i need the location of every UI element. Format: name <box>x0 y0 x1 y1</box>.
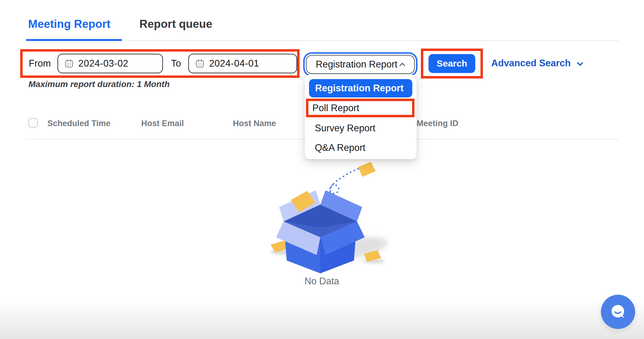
to-date-input[interactable]: 2024-04-01 <box>188 54 297 73</box>
to-date-value: 2024-04-01 <box>209 58 259 69</box>
report-type-selected-value: Registration Report <box>316 59 397 70</box>
from-label: From <box>29 58 51 69</box>
select-all-checkbox[interactable] <box>28 118 38 128</box>
chevron-down-icon <box>576 59 585 68</box>
from-date-value: 2024-03-02 <box>78 58 128 69</box>
calendar-icon <box>64 59 74 68</box>
tab-bar: Meeting Report Report queue <box>0 0 644 42</box>
tab-report-queue[interactable]: Report queue <box>139 18 212 31</box>
column-header-meeting-id: Meeting ID <box>417 119 458 128</box>
advanced-search-link[interactable]: Advanced Search <box>491 58 585 69</box>
annotation-box-search: Search <box>421 49 483 78</box>
chat-launcher-button[interactable] <box>601 295 635 329</box>
meeting-report-page: Meeting Report Report queue From 2024-03… <box>0 0 644 339</box>
option-survey-report[interactable]: Survey Report <box>315 121 375 135</box>
empty-state: No Data <box>255 154 389 287</box>
option-registration-report[interactable]: Registration Report <box>309 79 412 97</box>
option-qa-report[interactable]: Q&A Report <box>315 141 365 155</box>
annotation-box-poll-report: Poll Report <box>306 99 414 117</box>
option-poll-report[interactable]: Poll Report <box>308 103 359 114</box>
chat-bubble-icon <box>608 302 628 322</box>
from-date-input[interactable]: 2024-03-02 <box>57 54 163 73</box>
calendar-icon <box>195 59 205 68</box>
advanced-search-label: Advanced Search <box>491 58 571 69</box>
chevron-up-icon <box>398 60 407 69</box>
report-type-dropdown-menu: Registration Report Poll Report Survey R… <box>305 75 417 159</box>
bottom-fade <box>0 300 644 339</box>
column-header-host-name: Host Name <box>233 119 276 128</box>
search-button[interactable]: Search <box>429 54 475 73</box>
column-header-host-email: Host Email <box>141 119 184 128</box>
active-tab-underline <box>26 39 122 41</box>
tab-meeting-report[interactable]: Meeting Report <box>28 18 110 31</box>
duration-note: Maximum report duration: 1 Month <box>28 79 170 89</box>
empty-box-illustration <box>255 154 389 273</box>
column-header-scheduled-time: Scheduled Time <box>47 119 111 128</box>
no-data-label: No Data <box>255 276 389 287</box>
annotation-box-date-range: From 2024-03-02 To 2024-0 <box>20 49 300 78</box>
report-type-select[interactable]: Registration Report <box>306 55 415 74</box>
to-label: To <box>171 58 181 69</box>
